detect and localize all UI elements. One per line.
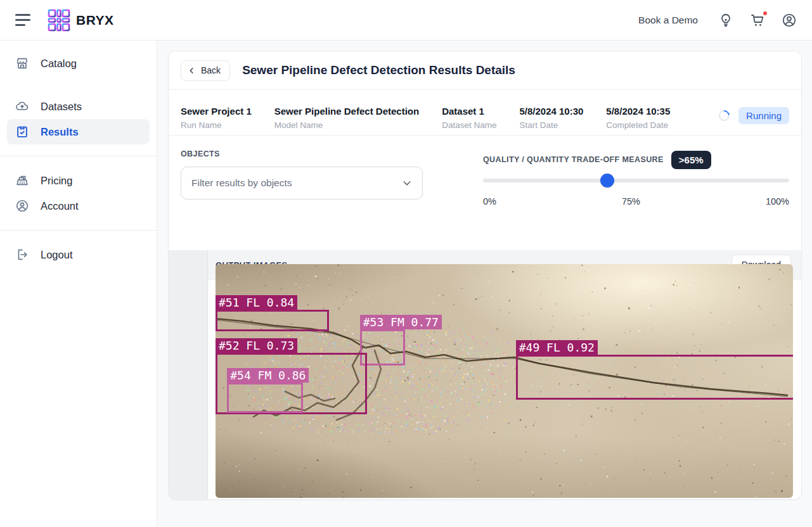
output-detection-image[interactable]: #51 FL 0.84#53 FM 0.77#52 FL 0.73#54 FM …: [216, 264, 793, 498]
sidebar-item-label: Logout: [41, 249, 72, 261]
results-details-card: Back Sewer Pipeline Defect Detection Res…: [168, 51, 802, 500]
output-images-panel: OUTPUT IMAGES Download #51 FL 0.84: [207, 250, 801, 499]
back-button-label: Back: [201, 65, 221, 75]
chevron-left-icon: [188, 67, 196, 75]
output-images-section: OUTPUT IMAGES Download #51 FL 0.84: [169, 250, 801, 499]
start-date-label: Start Date: [519, 120, 583, 130]
sidebar-item-label: Datasets: [41, 101, 82, 113]
detection-label: #53 FM 0.77: [360, 315, 442, 329]
detection-box: [216, 310, 329, 331]
sidebar-divider: [0, 230, 157, 231]
dataset-name-field: Dataset 1 Dataset Name: [442, 106, 496, 130]
sidebar-divider: [0, 156, 157, 156]
cloud-upload-icon: [15, 99, 29, 113]
model-name-value: Sewer Pipeline Defect Detection: [274, 106, 419, 117]
storefront-icon: [15, 56, 29, 70]
cash-register-icon: [15, 174, 29, 187]
lightbulb-icon[interactable]: [718, 13, 733, 28]
filters-row: OBJECTS Filter results by objects QUALIT…: [169, 136, 801, 213]
sidebar-item-results[interactable]: Results: [7, 119, 150, 144]
completed-date-value: 5/8/2024 10:35: [606, 106, 670, 117]
slider-min-label: 0%: [483, 196, 496, 206]
start-date-value: 5/8/2024 10:30: [519, 106, 583, 117]
sidebar-item-datasets[interactable]: Datasets: [7, 94, 150, 119]
sidebar-item-pricing[interactable]: Pricing: [7, 168, 150, 193]
bryx-logo-icon: [47, 8, 71, 32]
sidebar-item-catalog[interactable]: Catalog: [7, 51, 150, 76]
status-badge: Running: [738, 107, 789, 124]
chevron-down-icon: [402, 178, 412, 188]
objects-filter-label: OBJECTS: [181, 149, 423, 158]
detection-label: #52 FL 0.73: [216, 338, 297, 353]
model-name-field: Sewer Pipeline Defect Detection Model Na…: [274, 106, 419, 130]
run-name-value: Sewer Project 1: [181, 106, 252, 117]
sidebar-item-logout[interactable]: Logout: [7, 242, 150, 267]
sidebar-item-label: Account: [41, 200, 79, 212]
slider-track[interactable]: [483, 179, 789, 182]
detections-layer: #51 FL 0.84#53 FM 0.77#52 FL 0.73#54 FM …: [216, 264, 793, 498]
run-name-label: Run Name: [181, 120, 252, 130]
cart-notification-badge: [763, 11, 768, 16]
run-info-row: Sewer Project 1 Run Name Sewer Pipeline …: [169, 90, 801, 135]
book-a-demo-link[interactable]: Book a Demo: [638, 15, 698, 26]
user-circle-icon: [15, 199, 29, 213]
run-name-field: Sewer Project 1 Run Name: [181, 106, 252, 130]
objects-filter-select[interactable]: Filter results by objects: [181, 167, 423, 200]
detection-label: #49 FL 0.92: [516, 340, 598, 355]
detection-box: [227, 383, 303, 413]
clipboard-check-icon: [15, 125, 29, 139]
brand-logo[interactable]: BRYX: [47, 8, 114, 32]
dataset-name-label: Dataset Name: [442, 120, 496, 130]
slider-max-label: 100%: [766, 196, 789, 206]
loading-spinner-icon: [717, 108, 732, 124]
slider-mid-label: 75%: [622, 196, 640, 206]
sidebar-item-label: Pricing: [41, 175, 72, 187]
objects-filter-placeholder: Filter results by objects: [191, 177, 402, 189]
slider-thumb[interactable]: [600, 174, 614, 187]
account-icon[interactable]: [782, 13, 797, 28]
sidebar-item-account[interactable]: Account: [7, 193, 150, 219]
sidebar-item-label: Catalog: [41, 58, 77, 70]
cart-icon[interactable]: [750, 13, 765, 28]
start-date-field: 5/8/2024 10:30 Start Date: [519, 106, 583, 130]
sidebar-item-label: Results: [41, 126, 79, 138]
detection-label: #54 FM 0.86: [227, 368, 309, 383]
slider-scale: 0% 75% 100%: [483, 196, 789, 206]
completed-date-label: Completed Date: [606, 120, 670, 130]
model-name-label: Model Name: [274, 120, 419, 130]
hamburger-menu-icon[interactable]: [9, 8, 38, 33]
tradeoff-slider[interactable]: [483, 174, 789, 187]
page-title: Sewer Pipeline Defect Detection Results …: [242, 63, 515, 77]
detection-label: #51 FL 0.84: [216, 295, 297, 310]
top-header: BRYX Book a Demo: [0, 0, 812, 41]
back-button[interactable]: Back: [181, 60, 230, 81]
tradeoff-value-badge: >65%: [671, 151, 711, 169]
sidebar: Catalog Datasets Results: [0, 41, 157, 527]
detection-box: [516, 355, 793, 400]
completed-date-field: 5/8/2024 10:35 Completed Date: [606, 106, 670, 130]
tradeoff-label: QUALITY / QUANTITY TRADE-OFF MEASURE: [483, 155, 664, 164]
dataset-name-value: Dataset 1: [442, 106, 496, 117]
logout-icon: [15, 248, 29, 262]
brand-name: BRYX: [76, 13, 114, 28]
